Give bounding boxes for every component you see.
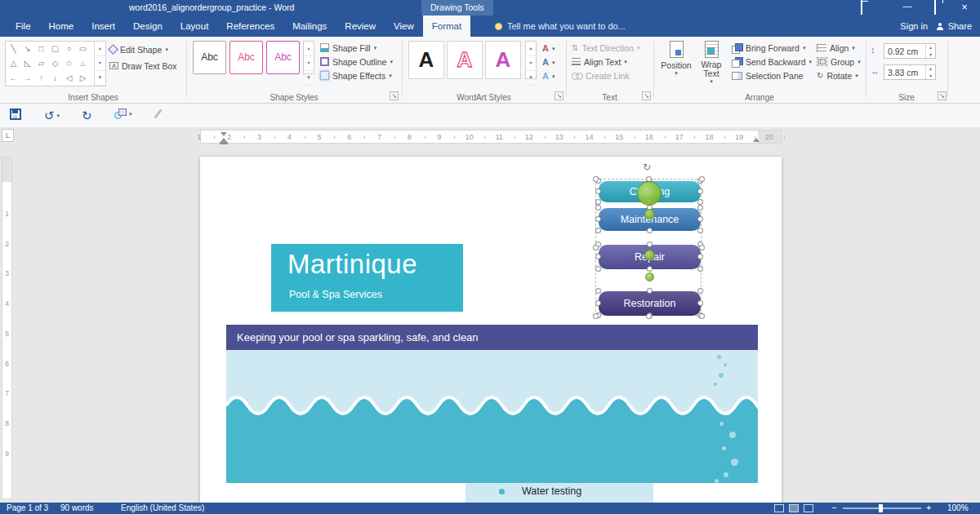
create-link-button[interactable]: Create Link xyxy=(572,69,630,82)
selection-handle[interactable] xyxy=(647,288,653,294)
sign-in-link[interactable]: Sign in xyxy=(900,16,928,37)
rotate-handle[interactable] xyxy=(644,250,655,260)
wrap-text-button[interactable]: Wrap Text ▾ xyxy=(696,39,727,98)
gallery-more-icon[interactable]: ▼ xyxy=(304,71,314,86)
selection-handle[interactable] xyxy=(595,228,601,233)
shape-preset-icon[interactable]: ← xyxy=(7,71,20,86)
text-effects-button[interactable]: A ▾ xyxy=(542,70,555,82)
tab-file[interactable]: File xyxy=(7,16,40,37)
tab-layout[interactable]: Layout xyxy=(172,16,218,37)
selection-handle[interactable] xyxy=(595,216,601,222)
selection-handle[interactable] xyxy=(595,266,601,272)
selection-handle[interactable] xyxy=(647,241,653,247)
selection-handle[interactable] xyxy=(697,199,703,205)
undo-button[interactable]: ↺▾ xyxy=(44,109,60,123)
minimize-button[interactable]: — xyxy=(895,0,920,16)
shape-preset-icon[interactable]: ☆ xyxy=(62,56,76,71)
redo-button[interactable]: ↻ xyxy=(82,109,92,123)
tab-insert[interactable]: Insert xyxy=(82,16,124,37)
shape-effects-button[interactable]: Shape Effects ▾ xyxy=(320,69,392,82)
shape-style-preset[interactable]: Abc xyxy=(229,41,263,74)
selection-handle[interactable] xyxy=(697,266,703,272)
rotate-handle[interactable] xyxy=(644,209,655,219)
shape-width-value[interactable]: 3.83 cm xyxy=(884,68,925,78)
tab-format[interactable]: Format xyxy=(423,16,470,37)
tab-mailings[interactable]: Mailings xyxy=(283,16,336,37)
first-line-indent-marker[interactable] xyxy=(220,132,227,136)
gallery-scrollbar[interactable]: ▴ ▾ ▼ xyxy=(94,42,105,86)
page-indicator[interactable]: Page 1 of 3 xyxy=(7,503,48,512)
rotate-handle-icon[interactable]: ↻ xyxy=(643,162,651,173)
align-text-button[interactable]: Align Text ▾ xyxy=(572,55,627,68)
selection-pane-button[interactable]: Selection Pane xyxy=(732,69,804,82)
align-button[interactable]: Align ▾ xyxy=(817,42,855,54)
tell-me-box[interactable]: Tell me what you want to do... xyxy=(495,16,626,37)
text-direction-button[interactable]: ⇅ Text Direction ▾ xyxy=(572,42,640,54)
scroll-up-icon[interactable]: ▴ xyxy=(304,42,314,56)
shape-preset-icon[interactable]: ↑ xyxy=(34,71,48,86)
shape-style-preset[interactable]: Abc xyxy=(266,41,300,74)
word-count[interactable]: 90 words xyxy=(60,503,94,512)
share-button[interactable]: Share xyxy=(937,16,972,37)
shape-styles-dialog-launcher[interactable]: ↘ xyxy=(390,91,399,100)
selection-handle[interactable] xyxy=(697,288,703,294)
shape-preset-icon[interactable]: ◇ xyxy=(48,56,62,71)
style-gallery-scrollbar[interactable]: ▴ ▾ ▼ xyxy=(303,41,314,74)
position-button[interactable]: Position ▾ xyxy=(658,39,694,98)
tab-home[interactable]: Home xyxy=(40,16,83,37)
zoom-out-button[interactable]: − xyxy=(831,503,836,512)
shape-style-preset[interactable]: Abc xyxy=(193,41,226,74)
edit-shape-button[interactable]: Edit Shape ▾ xyxy=(109,43,168,55)
spin-down-icon[interactable]: ▾ xyxy=(926,51,935,59)
bring-forward-button[interactable]: Bring Forward ▾ xyxy=(732,42,805,54)
wordart-style-preset[interactable]: A xyxy=(485,41,521,79)
web-layout-button[interactable] xyxy=(804,504,813,512)
spin-up-icon[interactable]: ▴ xyxy=(926,44,935,51)
tab-review[interactable]: Review xyxy=(336,16,385,37)
shape-height-field[interactable]: 0.92 cm ▴▾ xyxy=(884,43,936,59)
tab-design[interactable]: Design xyxy=(124,16,172,37)
shape-preset-icon[interactable]: △ xyxy=(7,56,20,71)
selection-handle[interactable] xyxy=(595,205,601,210)
close-button[interactable]: × xyxy=(951,0,978,16)
select-objects-button[interactable]: ▾ xyxy=(114,109,132,119)
selection-handle[interactable] xyxy=(595,288,601,294)
group-selection-handle[interactable] xyxy=(646,313,652,319)
selection-handle[interactable] xyxy=(697,205,703,210)
wordart-gallery-scrollbar[interactable]: ▴ ▾ ▼ xyxy=(525,41,537,79)
selection-handle[interactable] xyxy=(697,254,703,259)
group-selection-handle[interactable] xyxy=(593,313,599,319)
wordart-style-preset[interactable]: A xyxy=(447,41,483,79)
save-button[interactable] xyxy=(10,109,21,120)
spin-up-icon[interactable]: ▴ xyxy=(926,65,935,73)
shape-preset-icon[interactable]: ▢ xyxy=(48,42,62,56)
shape-preset-icon[interactable]: □ xyxy=(34,42,48,56)
draw-text-box-button[interactable]: A Draw Text Box xyxy=(109,60,177,72)
shape-gallery[interactable]: ╲↘□▢○▭△◺▱◇☆⌂←→↑↓◁▷ ▴ ▾ ▼ xyxy=(5,41,106,86)
shape-preset-icon[interactable]: ○ xyxy=(62,42,76,56)
wordart-dialog-launcher[interactable]: ↘ xyxy=(555,91,564,100)
zoom-level[interactable]: 100% xyxy=(947,503,969,512)
shape-preset-icon[interactable]: ◁ xyxy=(62,71,76,86)
scroll-down-icon[interactable]: ▾ xyxy=(95,56,105,71)
group-selection-handle[interactable] xyxy=(593,245,599,250)
draw-tool-button[interactable] xyxy=(157,109,159,119)
selection-handle[interactable] xyxy=(697,228,703,233)
rotate-handle[interactable] xyxy=(637,181,662,206)
selection-handle[interactable] xyxy=(697,300,703,306)
group-selection-handle[interactable] xyxy=(699,313,705,319)
scroll-down-icon[interactable]: ▾ xyxy=(304,56,314,71)
restore-button[interactable] xyxy=(923,0,947,16)
group-selection-handle[interactable] xyxy=(593,176,599,182)
selection-handle[interactable] xyxy=(647,228,653,233)
selection-handle[interactable] xyxy=(647,266,653,272)
text-fill-button[interactable]: A ▾ xyxy=(542,42,555,55)
shape-preset-icon[interactable]: ▷ xyxy=(76,71,90,86)
group-button[interactable]: Group ▾ xyxy=(817,55,861,68)
shape-outline-button[interactable]: Shape Outline ▾ xyxy=(320,55,393,68)
selection-handle[interactable] xyxy=(595,254,601,259)
text-outline-button[interactable]: A ▾ xyxy=(542,56,555,69)
selection-handle[interactable] xyxy=(595,300,601,306)
spin-down-icon[interactable]: ▾ xyxy=(926,73,935,80)
print-layout-button[interactable] xyxy=(789,504,799,512)
